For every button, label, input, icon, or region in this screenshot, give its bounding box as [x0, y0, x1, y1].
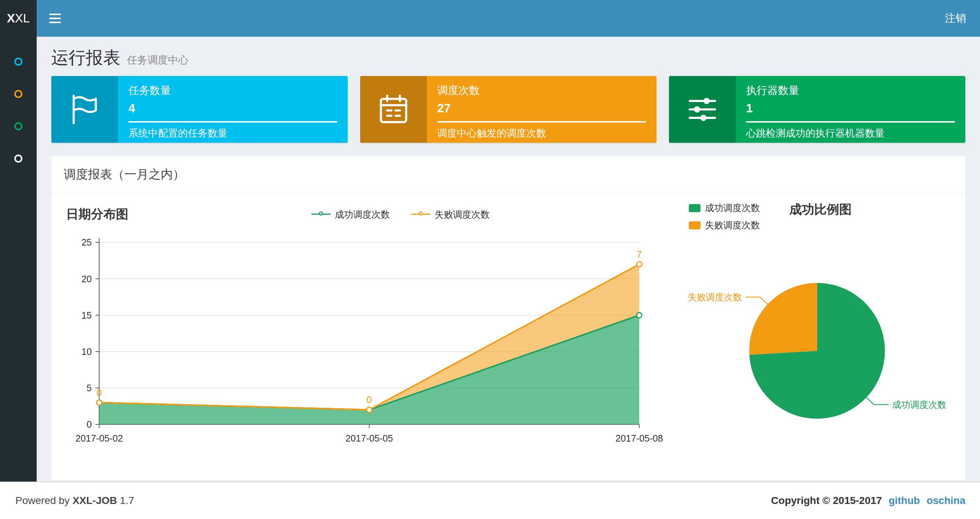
date-distribution-chart-block: 日期分布图 成功调度次数	[56, 200, 673, 471]
success-ratio-chart-block: 成功调度次数 失败调度次数 成功比例图 成功调度次数失败调度次数	[673, 200, 958, 471]
line-chart: 05101520252017-05-022017-05-052017-05-08…	[56, 231, 673, 471]
y-tick-label: 10	[81, 347, 92, 357]
y-tick-label: 0	[87, 419, 92, 430]
y-tick-label: 25	[81, 237, 92, 248]
data-point-fail[interactable]	[97, 400, 102, 405]
line-chart-title: 日期分布图	[66, 206, 128, 223]
circle-o-icon	[14, 57, 22, 66]
info-box-value: 27	[437, 101, 646, 115]
sidebar-item-1[interactable]	[0, 46, 37, 78]
y-tick-label: 15	[81, 310, 92, 321]
pie-label-line	[866, 398, 889, 405]
calendar-icon	[360, 76, 427, 143]
sidebar-item-2[interactable]	[0, 78, 37, 110]
legend-label: 失败调度次数	[434, 209, 490, 220]
sidebar-toggle-button[interactable]	[37, 0, 73, 37]
powered-prefix: Powered by	[15, 495, 70, 506]
legend-label: 成功调度次数	[335, 209, 390, 220]
sidebar	[0, 37, 37, 482]
info-box-job-count: 任务数量 4 系统中配置的任务数量	[51, 76, 348, 143]
data-point-success[interactable]	[637, 313, 642, 318]
info-box-content: 任务数量 4 系统中配置的任务数量	[118, 76, 348, 143]
content-area: 运行报表 任务调度中心 任务数量 4 系统中配置的任务数量	[37, 37, 980, 482]
footer: Powered by XXL-JOB 1.7 Copyright © 2015-…	[0, 482, 980, 519]
sidebar-item-4[interactable]	[0, 142, 37, 175]
page-subtitle: 任务调度中心	[127, 53, 189, 67]
circle-o-icon	[14, 155, 22, 163]
info-box-value: 1	[746, 101, 955, 115]
legend-swatch-icon	[689, 204, 700, 212]
circle-o-icon	[14, 90, 22, 98]
brand-version: 1.7	[120, 495, 134, 506]
page-header: 运行报表 任务调度中心	[37, 37, 980, 75]
pie-chart-title: 成功比例图	[789, 201, 852, 218]
legend-label: 成功调度次数	[705, 202, 760, 214]
copyright-text: Copyright © 2015-2017	[771, 495, 882, 506]
info-box-trigger-count: 调度次数 27 调度中心触发的调度次数	[360, 76, 657, 143]
info-box-description: 调度中心触发的调度次数	[437, 127, 646, 140]
footer-right: Copyright © 2015-2017 github oschina	[771, 495, 965, 506]
line-marker-icon	[311, 211, 331, 218]
report-panel: 调度报表（一月之内） 日期分布图	[51, 156, 965, 481]
y-tick-label: 20	[81, 274, 92, 284]
progress-bar	[437, 121, 646, 123]
progress-bar	[746, 121, 955, 123]
line-marker-icon	[411, 211, 430, 218]
oschina-link[interactable]: oschina	[926, 495, 965, 506]
sidebar-item-3[interactable]	[0, 110, 37, 142]
sliders-icon	[669, 76, 736, 143]
point-label: 0	[366, 394, 372, 405]
circle-o-icon	[14, 122, 22, 130]
logo-rest: XL	[15, 11, 30, 26]
line-chart-legend: 成功调度次数 失败调度次数	[128, 209, 673, 220]
flag-icon	[51, 76, 118, 143]
pie-slice-fail[interactable]	[749, 283, 817, 355]
info-boxes-row: 任务数量 4 系统中配置的任务数量	[37, 75, 980, 143]
legend-item-fail[interactable]: 失败调度次数	[411, 209, 490, 220]
x-tick-label: 2017-05-02	[76, 433, 123, 443]
legend-item-success[interactable]: 成功调度次数	[689, 202, 760, 214]
info-box-title: 执行器数量	[746, 83, 955, 98]
navbar: 注销	[37, 0, 980, 37]
powered-by: Powered by XXL-JOB 1.7	[15, 495, 134, 506]
pie-chart: 成功调度次数失败调度次数	[673, 234, 958, 450]
pie-label-line	[746, 297, 768, 304]
page-title: 运行报表	[51, 46, 120, 69]
pie-chart-header: 成功调度次数 失败调度次数 成功比例图	[673, 200, 958, 231]
point-label: 0	[97, 387, 102, 398]
brand-name: XXL-JOB	[73, 495, 117, 506]
data-point-fail[interactable]	[637, 262, 642, 267]
info-box-description: 心跳检测成功的执行器机器数量	[746, 127, 955, 140]
legend-item-success[interactable]: 成功调度次数	[311, 209, 390, 220]
app-wrapper: XXL 注销 运行报表 任务调度中心	[0, 0, 980, 519]
info-box-value: 4	[128, 101, 337, 115]
logo-bold: X	[7, 11, 15, 26]
legend-label: 失败调度次数	[705, 219, 760, 231]
app-logo[interactable]: XXL	[0, 0, 37, 37]
x-tick-label: 2017-05-05	[345, 433, 393, 443]
info-box-content: 执行器数量 1 心跳检测成功的执行器机器数量	[736, 76, 965, 143]
info-box-title: 调度次数	[437, 83, 646, 98]
pie-slice-label: 失败调度次数	[688, 292, 742, 302]
legend-swatch-icon	[689, 221, 700, 229]
info-box-executor-count: 执行器数量 1 心跳检测成功的执行器机器数量	[669, 76, 965, 143]
pie-chart-legend: 成功调度次数 失败调度次数	[689, 202, 760, 231]
point-label: 7	[637, 249, 642, 260]
logout-link[interactable]: 注销	[931, 11, 980, 26]
info-box-content: 调度次数 27 调度中心触发的调度次数	[427, 76, 657, 143]
line-chart-header: 日期分布图 成功调度次数	[56, 200, 673, 228]
x-tick-label: 2017-05-08	[616, 433, 663, 443]
info-box-description: 系统中配置的任务数量	[128, 127, 337, 140]
progress-bar	[128, 121, 337, 123]
pie-slice-label: 成功调度次数	[892, 400, 946, 410]
panel-body: 日期分布图 成功调度次数	[51, 194, 965, 481]
legend-item-fail[interactable]: 失败调度次数	[689, 219, 760, 231]
github-link[interactable]: github	[889, 495, 920, 506]
top-navbar: XXL 注销	[0, 0, 980, 37]
middle-region: 运行报表 任务调度中心 任务数量 4 系统中配置的任务数量	[0, 37, 980, 482]
panel-title: 调度报表（一月之内）	[64, 168, 185, 181]
panel-header: 调度报表（一月之内）	[51, 156, 965, 194]
data-point-fail[interactable]	[367, 407, 372, 412]
y-tick-label: 5	[87, 383, 92, 393]
info-box-title: 任务数量	[128, 83, 337, 98]
